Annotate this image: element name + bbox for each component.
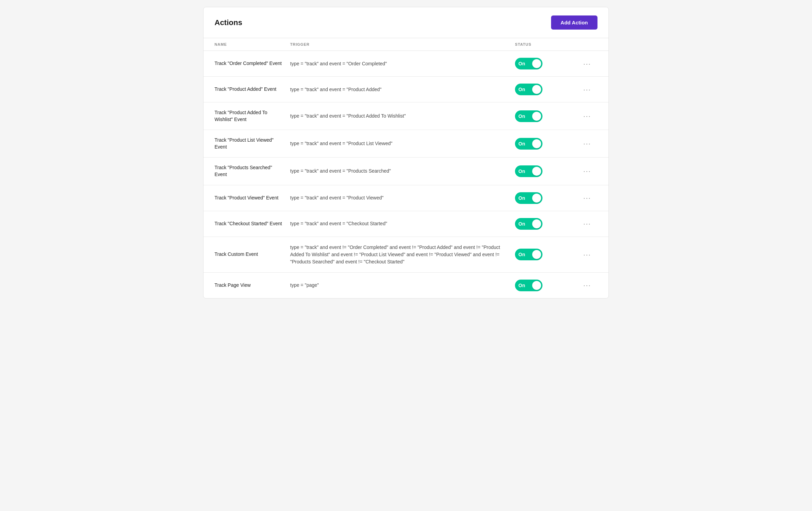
toggle-label: On [518,252,525,257]
toggle-label: On [518,283,525,288]
toggle-knob [532,139,541,148]
status-toggle[interactable]: On [515,138,542,150]
row-name: Track "Checkout Started" Event [215,220,290,227]
row-trigger: type = "page" [290,282,515,289]
more-options-button[interactable]: ··· [581,218,594,229]
more-options-button[interactable]: ··· [581,111,594,121]
toggle-knob [532,250,541,259]
row-name: Track "Order Completed" Event [215,60,290,67]
table-row: Track Page View type = "page" On ··· [204,273,608,298]
toggle-label: On [518,195,525,201]
table-row: Track Custom Event type = "track" and ev… [204,237,608,273]
more-options-button[interactable]: ··· [581,58,594,69]
status-toggle[interactable]: On [515,192,542,204]
toggle-knob [532,281,541,290]
status-toggle[interactable]: On [515,84,542,95]
toggle-knob [532,112,541,121]
col-header-name: NAME [215,42,290,46]
row-trigger: type = "track" and event != "Order Compl… [290,244,515,265]
col-header-actions [577,42,597,46]
toggle-knob [532,59,541,68]
panel-header: Actions Add Action [204,7,608,38]
row-trigger: type = "track" and event = "Product List… [290,140,515,147]
table-row: Track "Order Completed" Event type = "tr… [204,51,608,77]
toggle-knob [532,219,541,228]
row-trigger: type = "track" and event = "Product Adde… [290,112,515,120]
row-name: Track "Product Added To Wishlist" Event [215,109,290,123]
toggle-label: On [518,168,525,174]
row-actions-cell: ··· [577,249,597,260]
toggle-label: On [518,113,525,119]
row-actions-cell: ··· [577,280,597,291]
row-status: On [515,218,577,230]
more-options-button[interactable]: ··· [581,280,594,291]
row-trigger: type = "track" and event = "Checkout Sta… [290,220,515,227]
row-status: On [515,280,577,291]
toggle-label: On [518,141,525,146]
row-trigger: type = "track" and event = "Order Comple… [290,60,515,67]
status-toggle[interactable]: On [515,218,542,230]
row-status: On [515,138,577,150]
row-trigger: type = "track" and event = "Products Sea… [290,167,515,175]
row-actions-cell: ··· [577,138,597,149]
row-name: Track Page View [215,282,290,289]
status-toggle[interactable]: On [515,165,542,177]
toggle-knob [532,167,541,176]
row-trigger: type = "track" and event = "Product View… [290,194,515,202]
row-trigger: type = "track" and event = "Product Adde… [290,86,515,93]
more-options-button[interactable]: ··· [581,193,594,203]
row-actions-cell: ··· [577,111,597,121]
row-actions-cell: ··· [577,84,597,95]
page-title: Actions [215,18,242,27]
col-header-status: STATUS [515,42,577,46]
toggle-label: On [518,87,525,92]
actions-panel: Actions Add Action NAME TRIGGER STATUS T… [203,7,609,298]
toggle-knob [532,194,541,203]
more-options-button[interactable]: ··· [581,249,594,260]
row-name: Track "Product Viewed" Event [215,195,290,202]
more-options-button[interactable]: ··· [581,138,594,149]
status-toggle[interactable]: On [515,58,542,69]
table-row: Track "Product List Viewed" Event type =… [204,130,608,157]
more-options-button[interactable]: ··· [581,166,594,176]
row-status: On [515,84,577,95]
table-row: Track "Products Searched" Event type = "… [204,157,608,185]
row-actions-cell: ··· [577,166,597,176]
row-status: On [515,58,577,69]
row-actions-cell: ··· [577,58,597,69]
table-row: Track "Product Added To Wishlist" Event … [204,102,608,130]
status-toggle[interactable]: On [515,110,542,122]
row-name: Track "Products Searched" Event [215,164,290,178]
toggle-knob [532,85,541,94]
row-name: Track "Product Added" Event [215,86,290,93]
table-header: NAME TRIGGER STATUS [204,38,608,51]
more-options-button[interactable]: ··· [581,84,594,95]
add-action-button[interactable]: Add Action [551,15,597,30]
row-status: On [515,192,577,204]
row-name: Track "Product List Viewed" Event [215,137,290,150]
row-status: On [515,110,577,122]
table-row: Track "Product Added" Event type = "trac… [204,77,608,102]
table-row: Track "Checkout Started" Event type = "t… [204,211,608,237]
row-actions-cell: ··· [577,193,597,203]
toggle-label: On [518,61,525,66]
status-toggle[interactable]: On [515,280,542,291]
toggle-label: On [518,221,525,227]
table-body: Track "Order Completed" Event type = "tr… [204,51,608,298]
row-status: On [515,249,577,260]
row-status: On [515,165,577,177]
row-actions-cell: ··· [577,218,597,229]
col-header-trigger: TRIGGER [290,42,515,46]
table-row: Track "Product Viewed" Event type = "tra… [204,185,608,211]
status-toggle[interactable]: On [515,249,542,260]
row-name: Track Custom Event [215,251,290,258]
